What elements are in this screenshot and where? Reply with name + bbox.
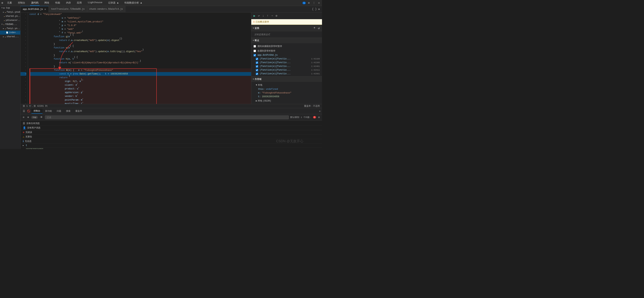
refresh-watch-btn[interactable]: ↺ bbox=[317, 26, 320, 30]
bp-file-checkbox[interactable] bbox=[254, 54, 256, 56]
tab-app[interactable]: app.0c6fc64d.js ✕ bbox=[20, 6, 49, 12]
code-editor[interactable]: - - - - - - - - - - - - - bbox=[20, 12, 251, 104]
tab-texttranslate[interactable]: textTranslate.729eda88.js bbox=[49, 6, 87, 12]
sidebar-label-shared2: shared... bbox=[6, 35, 19, 38]
no-info-item: ℹ 无信息 bbox=[20, 139, 322, 144]
resume-btn[interactable]: ▶ bbox=[253, 13, 256, 18]
toolbar-elements[interactable]: 元素 bbox=[6, 0, 13, 5]
bp-loc-2: 1:42401 bbox=[311, 65, 320, 67]
console-tab-new[interactable]: 新功能 bbox=[43, 109, 54, 113]
log-level-dropdown[interactable]: 默认级别 bbox=[290, 116, 299, 119]
toolbar-network[interactable]: 网络 bbox=[43, 0, 50, 5]
step-btn[interactable]: → bbox=[270, 14, 274, 18]
watch-header[interactable]: ▼ 监视 + ↺ bbox=[251, 25, 322, 31]
step-over-btn[interactable]: ↩ bbox=[257, 13, 260, 18]
toolbar-lighthouse[interactable]: Lighthouse bbox=[86, 0, 103, 5]
step-into-btn[interactable]: ↓ bbox=[262, 14, 265, 18]
sidebar-item-shared[interactable]: ☁ shared.yo... bbox=[0, 14, 20, 18]
console-tab-issues[interactable]: 问题 bbox=[54, 109, 64, 113]
closure-header[interactable]: ▶ 闭包 (8139) bbox=[251, 99, 322, 103]
pause-label: 已在断点暂停 bbox=[256, 20, 269, 23]
sidebar-item-ydlunacor[interactable]: ☁ ydlunacor... bbox=[0, 18, 20, 22]
format-icon[interactable]: { } bbox=[311, 7, 317, 11]
console-tab-search[interactable]: 搜索 bbox=[64, 109, 73, 113]
scope-key-e: e: bbox=[258, 92, 260, 94]
tab-close-app[interactable]: ✕ bbox=[44, 7, 46, 11]
bp-item-0[interactable]: (function(e){functio... 1:42189 bbox=[251, 57, 322, 61]
bp-item-3[interactable]: (function(e){functio... 1:42411 bbox=[251, 68, 322, 72]
eye-icon[interactable]: 👁 bbox=[39, 115, 44, 120]
no-errors-item: ⊗ 无错误 bbox=[20, 130, 322, 135]
sidebar-item-fanyi2[interactable]: ▶ ☁ fanyi.yo... bbox=[0, 26, 20, 30]
pause-caught-checkbox[interactable] bbox=[254, 50, 256, 52]
bp-checkbox-4[interactable] bbox=[256, 73, 258, 75]
bp-file-header: app.0c6fc64d.js bbox=[251, 53, 322, 57]
console-toolbar-icon[interactable]: ⊘ bbox=[22, 115, 25, 120]
ln6: - bbox=[20, 31, 26, 35]
scope-label: 作用域 bbox=[255, 78, 261, 81]
bp-checkbox-3[interactable] bbox=[256, 69, 258, 71]
watch-expand-icon: ▼ bbox=[253, 27, 254, 29]
bp-item-4[interactable]: (function(e){functio... 1:42501 bbox=[251, 72, 322, 76]
bp-text-1: (function(e){functio... bbox=[260, 61, 291, 64]
sidebar-item-top[interactable]: ▼ 🗁 top bbox=[0, 6, 20, 10]
ln9: - bbox=[20, 42, 26, 46]
deactivate-btn[interactable]: ⊘ bbox=[275, 13, 278, 18]
editor-debugger-layout: - - - - - - - - - - - - - bbox=[20, 12, 322, 104]
watch-section: ▼ 监视 + ↺ 没有监视表达式 bbox=[251, 25, 322, 38]
watch-label: 监视 bbox=[255, 27, 259, 30]
breakpoints-header[interactable]: ▼ 断点 bbox=[251, 38, 322, 43]
pause-exceptions-checkbox[interactable] bbox=[254, 45, 256, 47]
tab-label-chunk: chunk-vendors.58a1e7c4.js bbox=[89, 8, 123, 10]
console-menu-icon[interactable]: ☰ bbox=[22, 109, 26, 113]
code-line-6: , f = "fanyi.web"; bbox=[30, 31, 251, 35]
settings-icon[interactable]: ⚙ bbox=[307, 0, 310, 5]
console-output-t[interactable]: ▶ t bbox=[20, 144, 322, 148]
bp-text-2: (function(e){functio... bbox=[260, 65, 291, 68]
ln12: - bbox=[20, 53, 26, 57]
bp-checkbox-0[interactable] bbox=[256, 58, 258, 60]
tab-chunk-vendors[interactable]: chunk-vendors.58a1e7c4.js bbox=[87, 6, 125, 12]
search-sources-icon[interactable]: ⊕ bbox=[318, 7, 320, 11]
console-tab-console[interactable]: 控制台 bbox=[31, 109, 42, 114]
code-line-1: const d = "fanyideskweb" bbox=[30, 12, 251, 16]
console-settings-icon[interactable]: ⚙ bbox=[318, 115, 320, 120]
bp-checkbox-2[interactable] bbox=[256, 65, 258, 68]
local-header[interactable]: ▼ 本地 bbox=[251, 83, 322, 87]
toolbar-memory[interactable]: 内存 bbox=[65, 0, 72, 5]
sidebar-item-shared2[interactable]: ▶ ☁ shared... bbox=[0, 35, 20, 39]
console-context-selector[interactable]: top bbox=[31, 116, 38, 119]
console-filter-icon[interactable]: ⊕ bbox=[26, 115, 30, 120]
watch-actions: + ↺ bbox=[313, 26, 320, 30]
toolbar-recorder[interactable]: 记录器 ▲ bbox=[107, 0, 120, 5]
bp-checkbox-1[interactable] bbox=[256, 61, 258, 64]
content-area: app.0c6fc64d.js ✕ textTranslate.729eda88… bbox=[20, 6, 322, 149]
no-errors-text: 无错误 bbox=[25, 131, 32, 134]
step-out-btn[interactable]: ↑ bbox=[266, 14, 270, 18]
add-watch-btn[interactable]: + bbox=[313, 26, 316, 30]
sidebar-item-youdao[interactable]: ▼ ☁ YOUDAO... bbox=[0, 22, 20, 26]
console-area: ☰ 🚫 控制台 新功能 问题 搜索 覆盖率 ✕ ⊘ ⊕ top 👁 默认级别 bbox=[20, 108, 322, 149]
ln1: - bbox=[20, 12, 26, 16]
toolbar-application[interactable]: 应用 bbox=[76, 0, 83, 5]
scope-header[interactable]: ▼ 作用域 bbox=[251, 77, 322, 82]
sidebar-item-index[interactable]: 📄 index... bbox=[0, 30, 20, 35]
console-close-btn[interactable]: ✕ bbox=[319, 110, 320, 113]
console-filter-input[interactable] bbox=[45, 116, 289, 119]
bp-item-2[interactable]: (function(e){functio... 1:42401 bbox=[251, 64, 322, 68]
toolbar-sources[interactable]: 源代码 bbox=[30, 0, 40, 5]
console-tab-coverage[interactable]: 覆盖率 bbox=[73, 109, 84, 113]
more-icon[interactable]: ⋮ bbox=[312, 0, 316, 5]
console-clear-icon[interactable]: 🚫 bbox=[26, 109, 31, 113]
scope-t: t: 1683620934858 bbox=[251, 95, 322, 99]
bp-item-1[interactable]: (function(e){functio... 1:42285 bbox=[251, 61, 322, 64]
close-icon[interactable]: ✕ bbox=[318, 0, 320, 5]
toolbar-performance[interactable]: 性能 bbox=[54, 0, 61, 5]
ln25: - bbox=[20, 102, 26, 104]
sidebar-label-index: index... bbox=[9, 31, 20, 34]
toolbar-console[interactable]: 控制台 bbox=[17, 0, 26, 5]
scope-section: ▼ 作用域 ▼ 本地 this: undefined bbox=[251, 77, 322, 104]
ln8: - bbox=[20, 38, 26, 42]
sidebar-item-fanyi[interactable]: ▶ ☁ fanyi.youd... bbox=[0, 10, 20, 14]
toolbar-perf-analysis[interactable]: 性能数据分析 ▲ bbox=[123, 0, 143, 5]
